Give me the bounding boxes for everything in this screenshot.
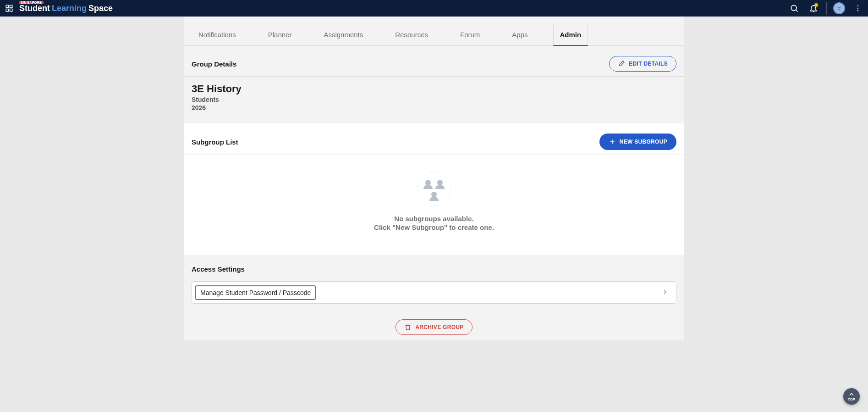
svg-rect-2: [6, 9, 8, 11]
tab-forum[interactable]: Forum: [453, 25, 487, 46]
notifications-icon[interactable]: [807, 2, 820, 15]
new-subgroup-button[interactable]: NEW SUBGROUP: [599, 134, 676, 150]
group-year: 2026: [192, 104, 676, 111]
access-title: Access Settings: [192, 265, 245, 273]
svg-point-16: [431, 192, 437, 197]
svg-point-10: [857, 10, 858, 11]
manage-password-highlight: Manage Student Password / Passcode: [195, 285, 316, 300]
page-container: Notifications Planner Assignments Resour…: [184, 17, 684, 340]
group-details-panel: Group Details EDIT DETAILS 3E History St…: [184, 46, 684, 123]
back-to-top-button[interactable]: TOP: [843, 388, 860, 405]
svg-point-9: [857, 8, 858, 9]
brand-word-2: Learning: [52, 4, 87, 12]
divider: [826, 2, 827, 15]
archive-group-label: ARCHIVE GROUP: [415, 324, 463, 330]
brand-logo[interactable]: SINGAPORE Student Learning Space: [19, 4, 113, 12]
tab-resources[interactable]: Resources: [388, 25, 435, 46]
tab-assignments[interactable]: Assignments: [317, 25, 370, 46]
people-group-icon: [417, 170, 451, 206]
svg-point-6: [838, 7, 839, 8]
archive-wrap: ARCHIVE GROUP: [184, 304, 684, 340]
svg-line-5: [796, 10, 798, 12]
manage-password-row[interactable]: Manage Student Password / Passcode: [192, 281, 676, 304]
brand-word-3: Space: [88, 4, 113, 12]
access-panel: Access Settings Manage Student Password …: [184, 255, 684, 340]
new-subgroup-label: NEW SUBGROUP: [620, 139, 667, 145]
empty-line-2: Click "New Subgroup" to create one.: [374, 223, 494, 231]
svg-point-14: [425, 180, 431, 185]
group-details-body: 3E History Students 2026: [184, 77, 684, 122]
topbar: SINGAPORE Student Learning Space: [0, 0, 868, 17]
svg-rect-0: [6, 5, 8, 7]
group-name: 3E History: [192, 83, 676, 95]
topbar-left: SINGAPORE Student Learning Space: [3, 2, 113, 15]
edit-details-button[interactable]: EDIT DETAILS: [609, 56, 676, 72]
svg-rect-3: [10, 9, 12, 11]
subgroup-title: Subgroup List: [192, 138, 238, 146]
app-grid-icon[interactable]: [3, 2, 16, 15]
tab-apps[interactable]: Apps: [505, 25, 534, 46]
svg-point-4: [791, 5, 797, 11]
edit-details-label: EDIT DETAILS: [629, 61, 668, 67]
svg-rect-1: [10, 5, 12, 7]
subgroup-header: Subgroup List NEW SUBGROUP: [184, 123, 684, 155]
brand-tag: SINGAPORE: [19, 1, 44, 4]
chevron-right-icon: [661, 288, 669, 297]
tab-notifications[interactable]: Notifications: [192, 25, 243, 46]
back-to-top-label: TOP: [848, 397, 855, 401]
brand-word-1: Student: [19, 4, 50, 12]
group-subtitle: Students: [192, 96, 676, 103]
tab-bar: Notifications Planner Assignments Resour…: [184, 25, 684, 46]
group-details-header: Group Details EDIT DETAILS: [184, 46, 684, 77]
access-header: Access Settings: [184, 255, 684, 278]
manage-password-label: Manage Student Password / Passcode: [200, 289, 311, 296]
tab-admin[interactable]: Admin: [553, 25, 588, 46]
tab-planner[interactable]: Planner: [261, 25, 299, 46]
topbar-right: [788, 2, 864, 15]
plus-icon: [609, 138, 616, 145]
subgroup-panel: Subgroup List NEW SUBGROUP: [184, 123, 684, 255]
avatar[interactable]: [833, 2, 845, 14]
empty-line-1: No subgroups available.: [394, 215, 473, 223]
archive-group-button[interactable]: ARCHIVE GROUP: [396, 319, 472, 335]
search-icon[interactable]: [788, 2, 801, 15]
svg-point-7: [840, 7, 840, 8]
subgroup-empty-state: No subgroups available. Click "New Subgr…: [184, 155, 684, 253]
svg-point-15: [437, 180, 443, 185]
svg-point-8: [857, 6, 858, 6]
kebab-menu-icon[interactable]: [852, 2, 864, 15]
notification-dot-icon: [814, 3, 818, 7]
group-details-title: Group Details: [192, 60, 236, 68]
pencil-icon: [618, 60, 625, 67]
trash-icon: [404, 323, 412, 331]
tabs-wrap: Notifications Planner Assignments Resour…: [184, 17, 684, 46]
